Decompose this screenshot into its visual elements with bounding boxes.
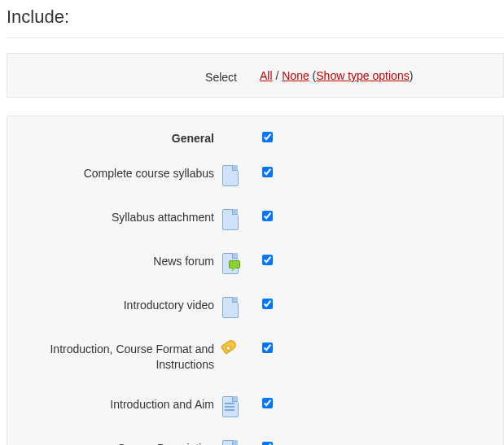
items-panel: GeneralComplete course syllabusSyllabus … <box>7 116 504 445</box>
item-icon-cell <box>221 395 245 417</box>
divider <box>7 37 504 38</box>
item-icon-cell <box>221 164 245 185</box>
item-icon-cell <box>221 252 245 273</box>
item-label: Introduction, Course Format and Instruct… <box>7 340 221 373</box>
close-paren: ) <box>410 69 414 82</box>
include-checkbox[interactable] <box>262 132 273 142</box>
item-icon-cell <box>221 296 245 317</box>
section-header-row: General <box>7 129 503 146</box>
activity-row: Introduction, Course Format and Instruct… <box>7 340 503 373</box>
item-checkbox-cell <box>245 208 278 221</box>
include-checkbox[interactable] <box>262 342 273 353</box>
activity-row: Introduction and Aim <box>7 395 503 417</box>
tag-icon <box>221 340 242 361</box>
item-icon-cell <box>221 340 245 361</box>
item-label: Syllabus attachment <box>7 208 221 225</box>
item-icon-cell <box>221 208 245 229</box>
select-none-link[interactable]: None <box>282 69 309 82</box>
page-icon <box>221 395 239 417</box>
activity-row: News forum <box>7 252 503 273</box>
file-icon <box>221 296 239 317</box>
item-label: General <box>7 129 221 146</box>
item-label: Course Description <box>7 439 221 445</box>
item-icon-cell <box>221 439 245 445</box>
include-checkbox[interactable] <box>262 398 273 408</box>
activity-row: Course Description <box>7 439 503 445</box>
include-checkbox[interactable] <box>262 442 273 445</box>
file-icon <box>221 208 239 229</box>
activity-row: Introductory video <box>7 296 503 317</box>
activity-row: Complete course syllabus <box>7 164 503 185</box>
item-checkbox-cell <box>245 252 278 265</box>
file-icon <box>221 164 239 185</box>
item-checkbox-cell <box>245 129 278 142</box>
select-label: Select <box>7 68 243 85</box>
item-checkbox-cell <box>245 164 278 177</box>
item-label: Introductory video <box>7 296 221 313</box>
item-label: Introduction and Aim <box>7 395 221 412</box>
select-all-link[interactable]: All <box>260 69 273 82</box>
forum-icon <box>221 252 239 273</box>
item-checkbox-cell <box>245 395 278 408</box>
item-label: News forum <box>7 252 221 269</box>
include-checkbox[interactable] <box>262 255 273 265</box>
section-heading: Include: <box>7 7 504 28</box>
item-label: Complete course syllabus <box>7 164 221 181</box>
item-checkbox-cell <box>245 340 278 353</box>
page-icon <box>221 439 239 445</box>
select-panel: Select All / None (Show type options) <box>7 53 504 98</box>
item-checkbox-cell <box>245 439 278 445</box>
show-type-options-link[interactable]: Show type options <box>316 69 409 82</box>
item-checkbox-cell <box>245 296 278 309</box>
activity-row: Syllabus attachment <box>7 208 503 229</box>
include-checkbox[interactable] <box>262 167 273 177</box>
include-checkbox[interactable] <box>262 211 273 221</box>
include-checkbox[interactable] <box>262 299 273 309</box>
